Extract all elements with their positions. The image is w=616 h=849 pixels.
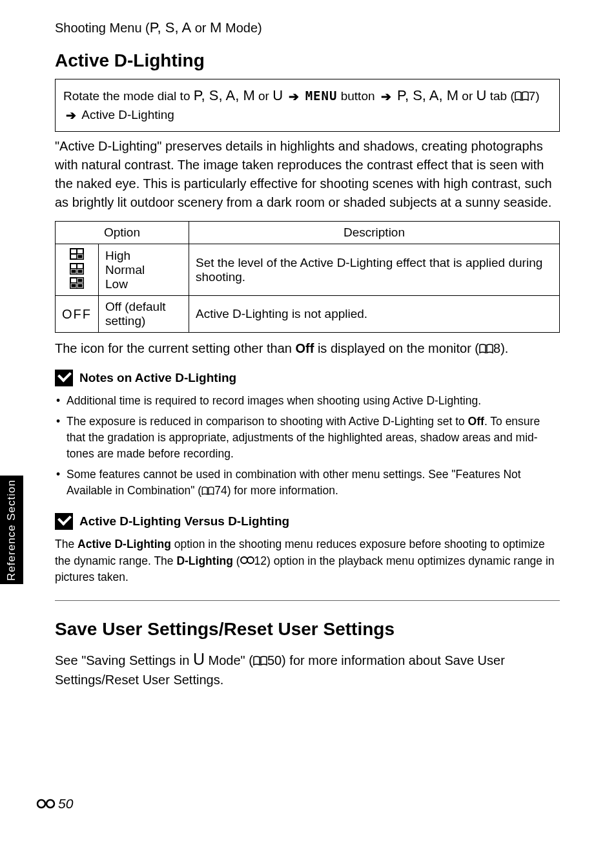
- link-icon: [36, 798, 56, 810]
- side-tab-label: Reference Section: [5, 479, 18, 581]
- table-head-desc: Description: [189, 222, 560, 244]
- book-icon: [253, 656, 267, 666]
- list-item: Some features cannot be used in combinat…: [55, 466, 560, 499]
- list-item: Additional time is required to record im…: [55, 393, 560, 409]
- vp-t3: (: [233, 554, 240, 567]
- nav-mode-u: U: [272, 87, 283, 103]
- options-table: Option Description + High Normal Low Set…: [55, 221, 560, 333]
- svg-rect-10: [77, 269, 83, 273]
- table-head-option: Option: [56, 222, 189, 244]
- side-tab-reference: Reference Section: [0, 476, 23, 584]
- nav-mode-u2: U: [477, 87, 487, 103]
- svg-rect-7: [71, 264, 76, 268]
- svg-point-16: [241, 557, 247, 563]
- table-row: OFF Off (default setting) Active D-Light…: [56, 296, 560, 333]
- notes-versus-para: The Active D-Lighting option in the shoo…: [55, 536, 560, 585]
- svg-rect-12: [71, 278, 76, 282]
- nav-button-word: button: [337, 89, 375, 103]
- notes-versus-title: Active D-Lighting Versus D-Lighting: [79, 514, 289, 529]
- list-item: The exposure is reduced in comparison to…: [55, 414, 560, 463]
- li2-pre: The exposure is reduced in comparison to…: [67, 415, 468, 428]
- arrow-icon: ➔: [381, 88, 391, 107]
- nav-line2: Active D-Lighting: [79, 108, 174, 121]
- arrow-icon: ➔: [66, 107, 76, 125]
- notes-versus-block: Active D-Lighting Versus D-Lighting The …: [55, 513, 560, 585]
- svg-rect-13: [77, 278, 83, 282]
- nav-modes2: P, S, A, M: [397, 87, 458, 103]
- li3-page: 74) for more information.: [214, 484, 338, 497]
- notes-adl-title: Notes on Active D-Lighting: [79, 371, 236, 385]
- opt-high: High: [105, 249, 130, 262]
- opt-low: Low: [105, 277, 128, 291]
- svg-rect-8: [77, 264, 83, 268]
- user-settings-body: See "Saving Settings in U Mode" (50) for…: [55, 647, 560, 689]
- svg-rect-15: [77, 284, 83, 288]
- off-icon-label: OFF: [56, 296, 99, 333]
- section-title-user-settings: Save User Settings/Reset User Settings: [55, 619, 560, 640]
- intro-paragraph: "Active D-Lighting" preserves details in…: [55, 137, 560, 212]
- table-row: + High Normal Low Set the level of the A…: [56, 244, 560, 296]
- desc-off: Active D-Lighting is not applied.: [189, 296, 560, 333]
- icon-display-note: The icon for the current setting other t…: [55, 339, 560, 358]
- nav-page-ref: 7): [529, 89, 540, 103]
- check-icon: [55, 513, 73, 530]
- page-content: Shooting Menu (P, S, A or M Mode) Active…: [55, 19, 560, 698]
- adl-level-icons: +: [56, 244, 99, 296]
- svg-rect-9: [71, 269, 76, 273]
- svg-point-19: [46, 800, 54, 808]
- nav-or1: or: [255, 89, 272, 103]
- section-title-adl: Active D-Lighting: [55, 50, 560, 71]
- notes-adl-list: Additional time is required to record im…: [55, 393, 560, 499]
- book-icon: [479, 344, 493, 354]
- adl-high-icon: +: [70, 248, 84, 260]
- adl-normal-icon: [70, 263, 84, 275]
- opt-off: Off (default setting): [99, 296, 189, 333]
- arrow-icon: ➔: [289, 88, 299, 107]
- foot-post: is displayed on the monitor (: [314, 341, 479, 355]
- svg-rect-4: [77, 255, 83, 258]
- svg-point-18: [37, 800, 45, 808]
- menu-keyword: MENU: [305, 89, 338, 103]
- check-icon: [55, 370, 73, 386]
- desc-levels: Set the level of the Active D-Lighting e…: [189, 244, 560, 296]
- us-t2: Mode" (: [205, 653, 253, 667]
- svg-text:+: +: [83, 248, 84, 253]
- foot-page: 8).: [493, 341, 508, 355]
- svg-rect-14: [71, 284, 76, 288]
- us-u: U: [193, 650, 205, 668]
- header-prefix: Shooting Menu (: [55, 21, 150, 35]
- nav-modes1: P, S, A, M: [194, 87, 255, 103]
- vp-b2: D-Lighting: [176, 554, 232, 567]
- nav-text: Rotate the mode dial to: [63, 89, 194, 103]
- svg-rect-3: [71, 255, 76, 258]
- page-number-text: 50: [58, 796, 73, 812]
- svg-rect-2: [77, 249, 83, 253]
- nav-or2: or: [458, 89, 476, 103]
- foot-pre: The icon for the current setting other t…: [55, 341, 295, 355]
- book-icon: [515, 91, 529, 101]
- vp-t1: The: [55, 538, 77, 550]
- nav-tab-word: tab (: [486, 89, 514, 103]
- notes-adl-block: Notes on Active D-Lighting Additional ti…: [55, 370, 560, 499]
- page-number: 50: [36, 796, 73, 812]
- svg-point-17: [247, 557, 254, 563]
- header-modes: P, S, A: [150, 19, 191, 36]
- nav-path-box: Rotate the mode dial to P, S, A, M or U …: [55, 79, 560, 132]
- vp-b1: Active D-Lighting: [77, 538, 171, 550]
- header-mode-m: M: [210, 19, 221, 36]
- book-icon: [201, 487, 214, 496]
- link-icon: [240, 556, 254, 565]
- header-suffix: Mode): [221, 21, 262, 35]
- section-divider: [55, 600, 560, 601]
- us-t1: See "Saving Settings in: [55, 653, 193, 667]
- li2-bold: Off: [468, 415, 484, 428]
- opt-normal: Normal: [105, 263, 145, 277]
- running-header: Shooting Menu (P, S, A or M Mode): [55, 19, 560, 36]
- foot-bold: Off: [295, 341, 314, 355]
- header-or: or: [191, 21, 210, 35]
- adl-low-icon: [70, 277, 84, 289]
- svg-rect-1: [71, 249, 76, 253]
- option-levels: High Normal Low: [99, 244, 189, 296]
